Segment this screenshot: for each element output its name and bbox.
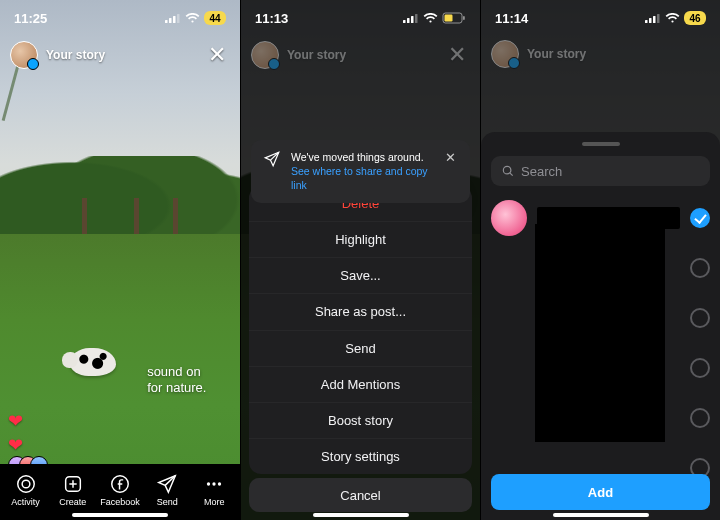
heart-icon: ❤ bbox=[8, 434, 23, 456]
your-avatar bbox=[251, 41, 279, 69]
svg-point-22 bbox=[503, 166, 511, 174]
svg-rect-16 bbox=[445, 15, 453, 22]
share-hint-banner: We've moved things around. See where to … bbox=[251, 140, 470, 203]
search-placeholder: Search bbox=[521, 164, 562, 179]
activity-button[interactable]: Activity bbox=[6, 473, 46, 507]
close-icon[interactable]: ✕ bbox=[444, 40, 470, 70]
status-time: 11:25 bbox=[14, 11, 47, 26]
phone-story-menu: 11:13 Your story ✕ We've moved things ar… bbox=[240, 0, 480, 520]
svg-rect-2 bbox=[173, 16, 176, 23]
close-icon[interactable]: ✕ bbox=[204, 40, 230, 70]
cellular-icon bbox=[165, 13, 181, 23]
wifi-icon bbox=[423, 13, 438, 24]
battery-indicator: 44 bbox=[204, 11, 226, 25]
hint-text: We've moved things around. See where to … bbox=[291, 150, 433, 193]
home-indicator[interactable] bbox=[553, 513, 649, 517]
add-button[interactable]: Add bbox=[491, 474, 710, 510]
menu-add-mentions[interactable]: Add Mentions bbox=[249, 366, 472, 402]
svg-rect-18 bbox=[645, 20, 648, 23]
svg-rect-11 bbox=[403, 20, 406, 23]
wifi-icon bbox=[665, 13, 680, 24]
menu-story-settings[interactable]: Story settings bbox=[249, 438, 472, 474]
more-button[interactable]: More bbox=[194, 473, 234, 507]
ios-status-bar: 11:25 44 bbox=[0, 0, 240, 36]
story-title: Your story bbox=[527, 47, 586, 61]
svg-point-9 bbox=[213, 482, 216, 485]
home-indicator[interactable] bbox=[72, 513, 168, 517]
svg-rect-21 bbox=[657, 14, 660, 23]
ios-status-bar: 11:14 46 bbox=[481, 0, 720, 36]
story-title: Your story bbox=[46, 48, 105, 62]
svg-rect-20 bbox=[653, 16, 656, 23]
svg-rect-12 bbox=[407, 18, 410, 23]
toolbar-label: Facebook bbox=[100, 497, 140, 507]
highlight-thumbnail bbox=[491, 200, 527, 236]
story-header: Your story ✕ bbox=[0, 40, 240, 70]
selection-radio[interactable] bbox=[690, 408, 710, 428]
cancel-button[interactable]: Cancel bbox=[249, 478, 472, 512]
svg-rect-3 bbox=[177, 14, 180, 23]
story-header: Your story ✕ bbox=[241, 40, 480, 70]
svg-rect-0 bbox=[165, 20, 168, 23]
story-toolbar: Activity Create Facebook Send More bbox=[0, 464, 240, 520]
hint-link[interactable]: See where to share and copy link bbox=[291, 164, 433, 192]
selection-radio[interactable] bbox=[690, 258, 710, 278]
send-icon bbox=[263, 150, 281, 172]
toolbar-label: More bbox=[204, 497, 225, 507]
svg-rect-17 bbox=[463, 16, 465, 20]
toolbar-label: Send bbox=[157, 497, 178, 507]
cellular-icon bbox=[403, 13, 419, 23]
menu-share-as-post[interactable]: Share as post... bbox=[249, 293, 472, 329]
hint-close-icon[interactable]: ✕ bbox=[443, 150, 458, 165]
reaction-hearts: ❤ ❤ bbox=[8, 410, 23, 456]
action-sheet: Delete Highlight Save... Share as post..… bbox=[249, 186, 472, 474]
svg-rect-19 bbox=[649, 18, 652, 23]
your-avatar bbox=[491, 40, 519, 68]
search-icon bbox=[501, 164, 515, 178]
create-button[interactable]: Create bbox=[53, 473, 93, 507]
menu-send[interactable]: Send bbox=[249, 330, 472, 366]
svg-point-5 bbox=[22, 480, 30, 488]
redacted-region bbox=[535, 224, 665, 442]
wifi-icon bbox=[185, 13, 200, 24]
toolbar-label: Create bbox=[59, 497, 86, 507]
facebook-button[interactable]: Facebook bbox=[100, 473, 140, 507]
home-indicator[interactable] bbox=[313, 513, 409, 517]
battery-indicator: 46 bbox=[684, 11, 706, 25]
ios-status-bar: 11:13 bbox=[241, 0, 480, 36]
svg-point-4 bbox=[17, 476, 34, 493]
story-caption: sound on for nature. bbox=[147, 364, 206, 397]
story-header: Your story bbox=[481, 40, 720, 68]
story-title: Your story bbox=[287, 48, 346, 62]
toolbar-label: Activity bbox=[11, 497, 40, 507]
search-input[interactable]: Search bbox=[491, 156, 710, 186]
your-avatar[interactable] bbox=[10, 41, 38, 69]
svg-rect-1 bbox=[169, 18, 172, 23]
svg-rect-14 bbox=[415, 14, 418, 23]
selection-radio[interactable] bbox=[690, 358, 710, 378]
status-time: 11:13 bbox=[255, 11, 288, 26]
selection-radio[interactable] bbox=[690, 308, 710, 328]
cellular-icon bbox=[645, 13, 661, 23]
heart-icon: ❤ bbox=[8, 410, 23, 432]
battery-indicator bbox=[442, 12, 466, 24]
phone-highlight-sheet: 11:14 46 Your story Search bbox=[480, 0, 720, 520]
menu-save[interactable]: Save... bbox=[249, 257, 472, 293]
menu-highlight[interactable]: Highlight bbox=[249, 221, 472, 257]
status-time: 11:14 bbox=[495, 11, 528, 26]
story-subject-dog bbox=[70, 348, 116, 376]
story-image bbox=[0, 0, 240, 520]
menu-boost-story[interactable]: Boost story bbox=[249, 402, 472, 438]
sheet-grabber[interactable] bbox=[582, 142, 620, 146]
send-button[interactable]: Send bbox=[147, 473, 187, 507]
selection-radio-checked[interactable] bbox=[690, 208, 710, 228]
svg-point-10 bbox=[218, 482, 221, 485]
svg-point-8 bbox=[207, 482, 210, 485]
phone-story-viewer: 11:25 44 Your story ✕ sound on for natur… bbox=[0, 0, 240, 520]
svg-rect-13 bbox=[411, 16, 414, 23]
